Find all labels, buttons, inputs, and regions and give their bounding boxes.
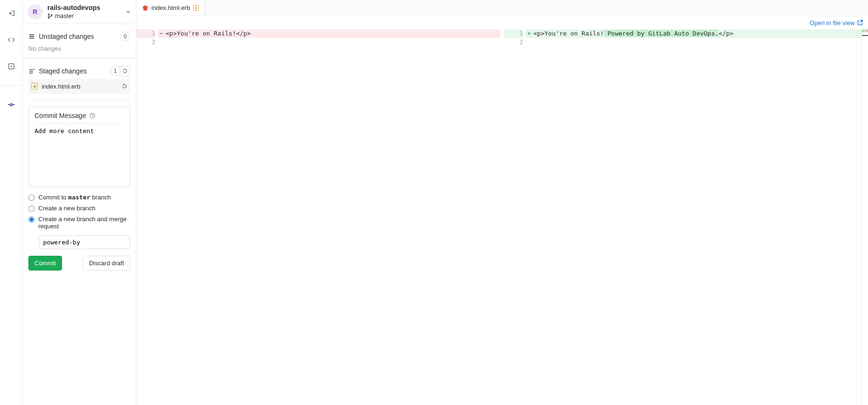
unstaged-count-badge: 0: [120, 32, 130, 41]
diff-left-pane[interactable]: 1 2 − <p>You're on Rails!</p>: [136, 29, 504, 405]
staged-file-name: index.html.erb: [42, 83, 118, 90]
commit-message-label: Commit Message: [35, 112, 86, 119]
code-icon-button[interactable]: [4, 32, 19, 47]
svg-point-5: [51, 14, 53, 16]
commit-button[interactable]: Commit: [28, 256, 62, 270]
back-icon-button[interactable]: [4, 6, 19, 21]
discard-draft-button[interactable]: Discard draft: [83, 256, 130, 270]
chevron-down-icon: [125, 9, 131, 15]
modified-file-icon: [31, 83, 38, 90]
help-icon[interactable]: [89, 112, 96, 119]
staged-count-badge: 1: [110, 66, 120, 76]
ruby-icon: [142, 5, 149, 11]
diff-view: 1 2 − <p>You're on Rails!</p> 1 2 +: [136, 29, 868, 405]
unstaged-empty: No changes: [28, 44, 130, 55]
commit-area: Commit Message Commit to master branch C…: [28, 99, 130, 270]
radio-new-branch[interactable]: Create a new branch: [28, 205, 130, 212]
unstaged-title: Unstaged changes: [39, 33, 116, 40]
radio-commit-to-master[interactable]: Commit to master branch: [28, 194, 130, 201]
right-code: <p>You're on Rails! Powered by GitLab Au…: [532, 29, 861, 405]
commit-icon-button[interactable]: [4, 97, 19, 112]
project-switcher[interactable]: R rails-autodevops master: [23, 0, 136, 24]
svg-point-3: [48, 14, 50, 15]
project-avatar: R: [27, 4, 43, 19]
new-branch-input[interactable]: [39, 235, 130, 249]
unstage-all-button[interactable]: [120, 66, 130, 76]
editor-main: index.html.erb Open in file view 1 2 − <…: [136, 0, 868, 405]
commit-message-input[interactable]: [35, 127, 124, 180]
branch-name: master: [55, 12, 74, 20]
unstaged-section: Unstaged changes 0 No changes: [23, 24, 136, 55]
staged-icon: [28, 68, 35, 74]
modified-indicator-icon: [193, 5, 199, 11]
left-sign-col: −: [158, 29, 165, 405]
external-link-icon: [857, 19, 863, 26]
unstaged-header[interactable]: Unstaged changes 0: [28, 29, 130, 44]
left-line-numbers: 1 2: [136, 29, 158, 405]
staged-file-item[interactable]: index.html.erb: [28, 79, 130, 94]
svg-point-6: [34, 69, 35, 70]
radio-new-branch-mr[interactable]: Create a new branch and merge request: [28, 216, 130, 230]
staged-title: Staged changes: [39, 67, 106, 75]
branch-line: master: [47, 12, 121, 20]
project-name: rails-autodevops: [47, 4, 121, 12]
list-icon: [28, 33, 35, 40]
editor-tab[interactable]: index.html.erb: [136, 0, 205, 16]
svg-point-8: [92, 117, 92, 117]
tab-bar: index.html.erb: [136, 0, 868, 16]
open-in-file-view-link[interactable]: Open in file view: [810, 19, 863, 27]
staged-header[interactable]: Staged changes 1: [28, 63, 130, 79]
commit-sidebar: R rails-autodevops master Unstaged chang…: [23, 0, 136, 405]
left-code: <p>You're on Rails!</p>: [165, 29, 500, 405]
rail-divider: [0, 85, 22, 86]
unstage-file-button[interactable]: [122, 83, 127, 89]
branch-icon: [47, 13, 53, 19]
diff-right-pane[interactable]: 1 2 + <p>You're on Rails! Powered by Git…: [504, 29, 868, 405]
file-action-bar: Open in file view: [136, 16, 868, 29]
icon-rail: [0, 0, 23, 405]
tab-filename: index.html.erb: [151, 4, 190, 11]
svg-point-1: [10, 66, 12, 67]
commit-message-box: Commit Message: [28, 107, 130, 187]
staged-section: Staged changes 1 index.html.erb: [23, 58, 136, 94]
svg-point-4: [48, 17, 50, 18]
right-line-numbers: 1 2: [504, 29, 526, 405]
diff-minimap[interactable]: [861, 29, 868, 405]
svg-point-2: [10, 104, 12, 106]
review-icon-button[interactable]: [4, 59, 19, 74]
right-sign-col: +: [526, 29, 532, 405]
commit-target-radios: Commit to master branch Create a new bra…: [28, 194, 130, 230]
